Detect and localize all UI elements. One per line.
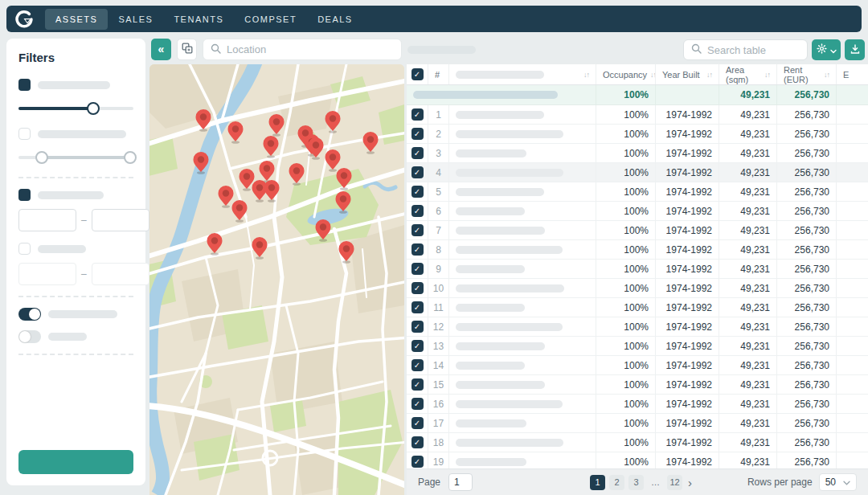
max-value-input-2[interactable] (92, 263, 149, 285)
collapse-sidebar-button[interactable]: « (151, 39, 171, 60)
row-checkbox[interactable]: ✓ (411, 398, 424, 410)
row-checkbox[interactable]: ✓ (411, 166, 424, 178)
filter-checkbox-4[interactable] (18, 243, 31, 255)
asset-name-skeleton (456, 246, 563, 254)
min-value-input[interactable] (18, 209, 76, 231)
row-checkbox[interactable]: ✓ (411, 436, 424, 448)
table-row[interactable]: ✓2100%1974-199249,231256,730 (407, 125, 868, 144)
table-row[interactable]: ✓12100%1974-199249,231256,730 (407, 317, 868, 337)
summary-occupancy: 100% (596, 85, 656, 104)
column-header-occupancy[interactable]: Occupancy↓↑ (596, 64, 656, 84)
nav-tab-deals[interactable]: DEALS (307, 9, 363, 30)
page-number-input[interactable] (448, 473, 473, 491)
app-logo-icon[interactable] (13, 9, 35, 30)
asset-name-skeleton (456, 111, 544, 119)
row-checkbox[interactable]: ✓ (411, 359, 424, 371)
table-row[interactable]: ✓14100%1974-199249,231256,730 (407, 356, 868, 375)
row-checkbox[interactable]: ✓ (411, 243, 424, 256)
row-checkbox[interactable]: ✓ (411, 108, 424, 121)
table-settings-button[interactable] (812, 39, 841, 60)
table-row[interactable]: ✓8100%1974-199249,231256,730 (407, 240, 868, 260)
map-canvas[interactable] (149, 64, 404, 495)
table-row[interactable]: ✓16100%1974-199249,231256,730 (407, 395, 868, 414)
table-row[interactable]: ✓11100%1974-199249,231256,730 (407, 298, 868, 317)
table-row[interactable]: ✓4100%1974-199249,231256,730 (407, 163, 868, 182)
row-checkbox[interactable]: ✓ (411, 205, 424, 217)
nav-tab-sales[interactable]: SALES (108, 9, 163, 30)
map[interactable] (149, 64, 404, 495)
table-row[interactable]: ✓19100%1974-199249,231256,730 (407, 452, 868, 468)
column-header-number[interactable]: # (428, 64, 449, 84)
select-all-checkbox[interactable]: ✓ (411, 68, 424, 80)
filter-range-slider[interactable] (18, 151, 133, 164)
table-row[interactable]: ✓13100%1974-199249,231256,730 (407, 337, 868, 356)
area-cell: 49,231 (719, 240, 777, 259)
row-checkbox[interactable]: ✓ (411, 282, 424, 294)
apply-filters-button[interactable] (18, 450, 133, 474)
row-checkbox[interactable]: ✓ (411, 321, 424, 333)
row-checkbox[interactable]: ✓ (411, 263, 424, 275)
column-header-name[interactable]: ↓↑ (449, 64, 596, 84)
buildings-view-button[interactable] (177, 39, 197, 60)
row-checkbox[interactable]: ✓ (411, 378, 424, 391)
nav-tab-compset[interactable]: COMPSET (234, 9, 307, 30)
page-button-3[interactable]: 3 (628, 475, 644, 490)
table-row[interactable]: ✓1100%1974-199249,231256,730 (407, 105, 868, 125)
nav-tab-assets[interactable]: ASSETS (45, 9, 108, 30)
filter-checkbox-1[interactable] (18, 79, 31, 91)
row-number: 6 (428, 202, 449, 220)
filter-toggle-2[interactable] (18, 330, 41, 343)
table-row[interactable]: ✓17100%1974-199249,231256,730 (407, 414, 868, 433)
sort-icon[interactable]: ↓↑ (706, 71, 712, 79)
table-row[interactable]: ✓15100%1974-199249,231256,730 (407, 375, 868, 395)
page-button-1[interactable]: 1 (590, 475, 605, 490)
table-search-input[interactable] (707, 44, 800, 56)
filter-checkbox-2[interactable] (18, 128, 31, 140)
row-checkbox[interactable]: ✓ (411, 186, 424, 198)
row-checkbox[interactable]: ✓ (411, 224, 424, 236)
row-checkbox[interactable]: ✓ (411, 417, 424, 429)
max-value-input[interactable] (92, 209, 149, 231)
rows-per-page-label: Rows per page (747, 477, 813, 488)
page-button-12[interactable]: 12 (667, 475, 682, 490)
filter-checkbox-3[interactable] (18, 189, 31, 201)
range-separator: – (81, 215, 87, 226)
row-checkbox[interactable]: ✓ (411, 340, 424, 352)
rent-cell: 256,730 (777, 356, 837, 374)
sort-icon[interactable]: ↓↑ (824, 71, 829, 79)
filter-toggle-1[interactable] (18, 308, 41, 321)
table-row[interactable]: ✓10100%1974-199249,231256,730 (407, 279, 868, 298)
table-row[interactable]: ✓7100%1974-199249,231256,730 (407, 221, 868, 240)
range-handle-high[interactable] (124, 151, 137, 164)
table-row[interactable]: ✓9100%1974-199249,231256,730 (407, 260, 868, 279)
table-row[interactable]: ✓3100%1974-199249,231256,730 (407, 144, 868, 163)
row-checkbox[interactable]: ✓ (411, 301, 424, 313)
page-button-2[interactable]: 2 (609, 475, 624, 490)
sort-icon[interactable]: ↓↑ (650, 71, 656, 79)
download-button[interactable] (845, 39, 865, 60)
location-search-input[interactable] (227, 43, 394, 55)
next-page-button[interactable]: › (686, 477, 694, 489)
column-header-rent[interactable]: Rent (EUR)↓↑ (777, 64, 837, 84)
occupancy-cell: 100% (596, 356, 656, 374)
nav-tab-tenants[interactable]: TENANTS (163, 9, 234, 30)
table-row[interactable]: ✓5100%1974-199249,231256,730 (407, 182, 868, 202)
column-header-area[interactable]: Area (sqm)↓↑ (719, 64, 777, 84)
area-cell: 49,231 (719, 337, 777, 355)
filter-slider[interactable] (18, 102, 133, 115)
row-checkbox[interactable]: ✓ (411, 456, 424, 468)
range-handle-low[interactable] (35, 151, 48, 164)
table-row[interactable]: ✓18100%1974-199249,231256,730 (407, 433, 868, 452)
column-header-cut[interactable]: E (837, 64, 868, 84)
table-row[interactable]: ✓6100%1974-199249,231256,730 (407, 202, 868, 221)
row-number: 9 (428, 260, 449, 278)
area-cell: 49,231 (719, 182, 777, 201)
rows-per-page-select[interactable]: 50 (819, 473, 857, 491)
row-checkbox[interactable]: ✓ (411, 147, 424, 159)
sort-icon[interactable]: ↓↑ (764, 71, 770, 79)
column-header-year-built[interactable]: Year Built↓↑ (656, 64, 719, 84)
slider-handle[interactable] (87, 102, 100, 115)
row-checkbox[interactable]: ✓ (411, 128, 424, 140)
sort-icon[interactable]: ↓↑ (583, 71, 589, 79)
min-value-input-2[interactable] (18, 263, 76, 285)
